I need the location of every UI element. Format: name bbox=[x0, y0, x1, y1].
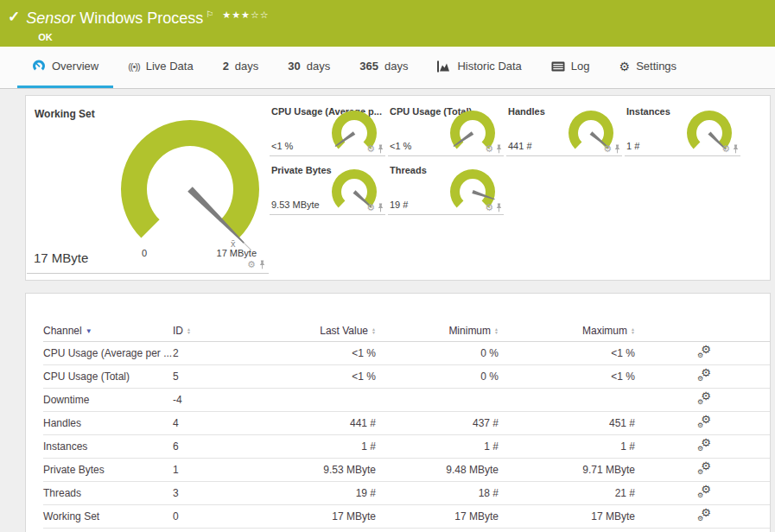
mini-gauge-private-bytes[interactable]: Private Bytes 9.53 MByte ⚙ bbox=[270, 163, 385, 215]
last-value: 19 # bbox=[259, 487, 376, 499]
channel-settings-icon[interactable]: ⚙⚙ bbox=[697, 415, 711, 428]
channel-id: -4 bbox=[173, 394, 259, 406]
mini-gauge-cpu-average[interactable]: CPU Usage (Average p... <1 % ⚙ bbox=[270, 104, 385, 156]
gauge-settings-icon[interactable]: ⚙ bbox=[485, 144, 493, 154]
pin-icon[interactable] bbox=[732, 144, 740, 154]
mini-gauge-title: Private Bytes bbox=[271, 165, 332, 175]
table-row[interactable]: Handles 4 441 # 437 # 451 # ⚙⚙ bbox=[43, 412, 770, 435]
channel-settings-icon[interactable]: ⚙⚙ bbox=[697, 439, 711, 452]
area-chart-icon bbox=[437, 60, 451, 73]
mini-gauge-title: Handles bbox=[508, 106, 545, 117]
column-label: Maximum bbox=[582, 325, 627, 337]
gauge-settings-icon[interactable]: ⚙ bbox=[721, 144, 730, 154]
log-icon bbox=[551, 61, 565, 72]
channel-name[interactable]: Working Set bbox=[43, 510, 173, 522]
table-row[interactable]: Downtime -4 ⚙⚙ bbox=[43, 389, 770, 412]
pin-icon[interactable] bbox=[377, 144, 384, 154]
gauge-settings-icon[interactable]: ⚙ bbox=[366, 144, 375, 154]
column-header-channel[interactable]: Channel ▼ bbox=[43, 325, 92, 337]
mini-gauge-value: 19 # bbox=[390, 200, 408, 210]
channel-settings-icon[interactable]: ⚙⚙ bbox=[697, 345, 711, 358]
channel-id: 5 bbox=[173, 370, 259, 383]
tab-number: 30 bbox=[288, 60, 300, 73]
channel-id: 1 bbox=[173, 464, 259, 476]
mini-gauge-grid: CPU Usage (Average p... <1 % ⚙ CPU Usage… bbox=[270, 104, 740, 215]
table-row[interactable]: Instances 6 1 # 1 # 1 # ⚙⚙ bbox=[43, 435, 770, 459]
column-header-last-value[interactable]: Last Value ▲▼ bbox=[259, 325, 376, 337]
pin-icon[interactable] bbox=[613, 144, 621, 154]
table-row[interactable]: Private Bytes 1 9.53 MByte 9.48 MByte 9.… bbox=[43, 459, 770, 482]
tab-number: 365 bbox=[359, 60, 378, 73]
channel-settings-icon[interactable]: ⚙⚙ bbox=[697, 369, 711, 382]
pin-icon[interactable] bbox=[495, 144, 503, 154]
mini-gauge-instances[interactable]: Instances 1 # ⚙ bbox=[625, 104, 740, 156]
channels-panel: Channel ▼ ID ▲▼ Last Value ▲▼ Minimum ▲▼… bbox=[25, 293, 771, 532]
pin-icon[interactable] bbox=[377, 203, 384, 212]
tab-2-days[interactable]: 2 days bbox=[208, 47, 274, 88]
column-header-maximum[interactable]: Maximum ▲▼ bbox=[499, 325, 635, 337]
pin-icon[interactable] bbox=[258, 260, 266, 269]
column-header-id[interactable]: ID ▲▼ bbox=[173, 325, 191, 337]
channel-settings-icon[interactable]: ⚙⚙ bbox=[697, 392, 711, 405]
channel-settings-icon[interactable]: ⚙⚙ bbox=[697, 485, 711, 498]
gauge-settings-icon[interactable]: ⚙ bbox=[485, 203, 493, 212]
channel-name[interactable]: Instances bbox=[43, 440, 173, 453]
sort-icon: ▲▼ bbox=[187, 327, 191, 334]
tab-label: Historic Data bbox=[457, 60, 521, 73]
mini-gauge-title: Threads bbox=[390, 165, 427, 175]
divider bbox=[27, 273, 269, 274]
stars-filled: ★★★ bbox=[222, 10, 251, 20]
channel-id: 4 bbox=[173, 417, 259, 429]
last-value: 441 # bbox=[259, 417, 376, 429]
stars-empty: ☆☆ bbox=[251, 10, 270, 20]
tab-live-data[interactable]: ((•)) Live Data bbox=[113, 47, 207, 88]
channel-name[interactable]: Downtime bbox=[43, 394, 173, 406]
tab-label: days bbox=[235, 60, 258, 73]
channel-name[interactable]: Private Bytes bbox=[43, 464, 173, 476]
tab-365-days[interactable]: 365 days bbox=[345, 47, 422, 88]
mini-gauge-value: 9.53 MByte bbox=[271, 200, 320, 210]
gauge-settings-icon[interactable]: ⚙ bbox=[366, 203, 375, 212]
pin-icon[interactable] bbox=[495, 203, 503, 212]
mini-gauge-cpu-total[interactable]: CPU Usage (Total) <1 % ⚙ bbox=[388, 104, 504, 156]
table-row[interactable]: Working Set 0 17 MByte 17 MByte 17 MByte… bbox=[43, 505, 770, 529]
primary-gauge: x̄ bbox=[112, 117, 268, 263]
channel-name[interactable]: Threads bbox=[43, 487, 173, 499]
channel-name[interactable]: CPU Usage (Average per ... bbox=[43, 347, 173, 359]
last-value: <1 % bbox=[259, 370, 376, 383]
column-label: Last Value bbox=[320, 325, 368, 337]
mini-gauge-handles[interactable]: Handles 441 # ⚙ bbox=[506, 104, 622, 156]
mini-gauge-value: 441 # bbox=[508, 141, 532, 151]
channel-name[interactable]: Handles bbox=[43, 417, 173, 429]
column-header-minimum[interactable]: Minimum ▲▼ bbox=[376, 325, 499, 337]
table-row[interactable]: Threads 3 19 # 18 # 21 # ⚙⚙ bbox=[43, 482, 770, 505]
flag-icon[interactable]: ⚐ bbox=[206, 10, 213, 19]
gauge-settings-icon[interactable]: ⚙ bbox=[247, 260, 256, 269]
mini-gauge-threads[interactable]: Threads 19 # ⚙ bbox=[388, 163, 504, 215]
minimum-value: 17 MByte bbox=[376, 510, 499, 522]
minimum-value: 1 # bbox=[376, 440, 499, 453]
priority-stars[interactable]: ★★★☆☆ bbox=[222, 10, 269, 20]
minimum-value: 0 % bbox=[376, 347, 499, 359]
table-row[interactable]: CPU Usage (Average per ... 2 <1 % 0 % <1… bbox=[43, 342, 770, 365]
tab-settings[interactable]: ⚙ Settings bbox=[605, 47, 692, 88]
channel-settings-icon[interactable]: ⚙⚙ bbox=[697, 462, 711, 475]
maximum-value: 451 # bbox=[499, 417, 635, 429]
sensor-header: ✓ SensorWindows Process⚐★★★☆☆ OK bbox=[0, 0, 775, 47]
minimum-value: 9.48 MByte bbox=[376, 464, 499, 476]
tab-historic-data[interactable]: Historic Data bbox=[422, 47, 536, 88]
tab-log[interactable]: Log bbox=[537, 47, 605, 88]
channel-id: 2 bbox=[173, 347, 259, 359]
minimum-value: 0 % bbox=[376, 370, 499, 383]
mini-gauge-value: <1 % bbox=[271, 141, 293, 151]
channel-settings-icon[interactable]: ⚙⚙ bbox=[697, 509, 711, 522]
table-row[interactable]: CPU Usage (Total) 5 <1 % 0 % <1 % ⚙⚙ bbox=[43, 365, 770, 389]
primary-gauge-actions: ⚙ bbox=[247, 260, 266, 269]
gauge-settings-icon[interactable]: ⚙ bbox=[603, 144, 612, 154]
channel-id: 3 bbox=[173, 487, 259, 499]
maximum-value: <1 % bbox=[499, 370, 635, 383]
tab-label: Log bbox=[571, 60, 590, 73]
tab-30-days[interactable]: 30 days bbox=[273, 47, 345, 88]
tab-overview[interactable]: Overview bbox=[17, 47, 113, 88]
channel-name[interactable]: CPU Usage (Total) bbox=[43, 370, 173, 383]
